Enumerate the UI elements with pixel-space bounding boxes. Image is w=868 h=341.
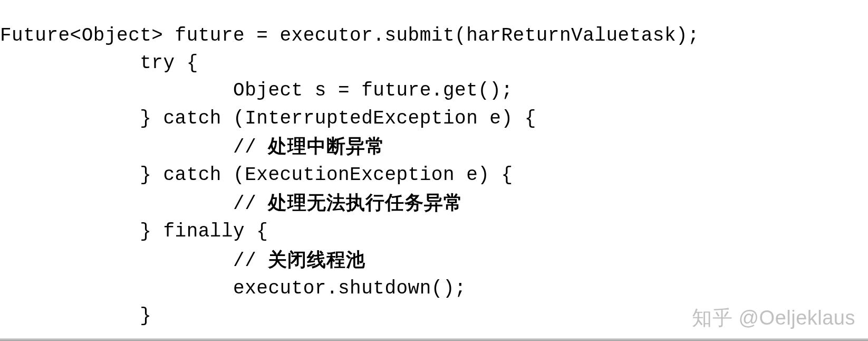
comment-slashes: // [0,193,268,215]
comment-text-zh: 关闭线程池 [268,249,365,270]
comment-text-zh: 处理中断异常 [268,136,385,157]
code-block: Future<Object> future = executor.submit(… [0,22,868,330]
code-line-comment: // 关闭线程池 [0,250,365,272]
code-line: } catch (InterruptedException e) { [0,108,536,129]
code-line-comment: // 处理无法执行任务异常 [0,193,463,215]
code-line: try { [0,52,198,74]
code-snippet-container: Future<Object> future = executor.submit(… [0,0,868,341]
code-line: } finally { [0,221,268,242]
comment-slashes: // [0,137,268,158]
code-line-comment: // 处理中断异常 [0,137,385,158]
code-line: } catch (ExecutionException e) { [0,164,513,186]
code-line: Object s = future.get(); [0,80,513,101]
code-line: executor.shutdown(); [0,278,466,299]
comment-slashes: // [0,250,268,272]
comment-text-zh: 处理无法执行任务异常 [268,192,463,213]
code-line: Future<Object> future = executor.submit(… [0,25,699,46]
code-line: } [0,305,151,327]
